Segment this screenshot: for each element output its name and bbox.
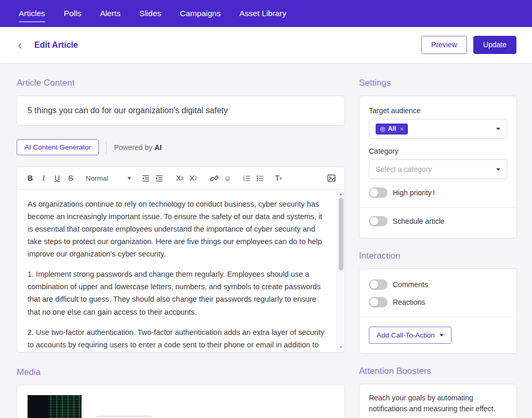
target-audience-label: Target audience bbox=[369, 106, 507, 115]
ai-generator-row: AI Content Generator Powered by AI bbox=[17, 139, 345, 155]
underline-button[interactable]: U bbox=[50, 171, 64, 185]
update-button[interactable]: Update bbox=[473, 36, 516, 54]
audience-chip: ◎ All × bbox=[376, 124, 408, 134]
scroll-down-icon[interactable]: ▼ bbox=[337, 344, 344, 350]
sidebar-panels: Settings Target audience ◎ All × Categor… bbox=[359, 77, 517, 418]
emoji-icon[interactable]: ☺ bbox=[221, 171, 234, 185]
nav-tab-articles[interactable]: Articles bbox=[19, 7, 45, 20]
schedule-article-toggle[interactable] bbox=[369, 216, 388, 226]
insert-image-icon[interactable] bbox=[325, 171, 338, 185]
high-priority-label: High priority! bbox=[393, 188, 435, 197]
thumbnail-image bbox=[48, 395, 82, 418]
superscript-button[interactable]: X2 bbox=[187, 171, 200, 185]
nav-tab-asset-library[interactable]: Asset Library bbox=[240, 7, 286, 20]
outdent-icon[interactable] bbox=[139, 171, 152, 185]
nav-tab-slides[interactable]: Slides bbox=[139, 7, 161, 20]
settings-heading: Settings bbox=[359, 78, 517, 88]
divider bbox=[360, 207, 516, 208]
vertical-divider bbox=[106, 141, 107, 154]
comments-toggle[interactable] bbox=[369, 279, 388, 290]
ordered-list-icon[interactable]: 123 bbox=[240, 171, 253, 185]
media-heading: Media bbox=[17, 367, 345, 377]
scroll-up-icon[interactable]: ▲ bbox=[337, 191, 344, 197]
media-card: JPG + Add media bbox=[17, 385, 345, 418]
editor-paragraph: 1. Implement strong passwords and change… bbox=[28, 268, 327, 318]
nav-tab-campaigns[interactable]: Campaigns bbox=[180, 7, 220, 20]
schedule-article-label: Schedule article bbox=[393, 217, 445, 225]
media-thumbnail[interactable]: JPG bbox=[28, 395, 82, 418]
page-title: Edit Article bbox=[34, 41, 78, 50]
editor-paragraph: As organizations continue to rely on tec… bbox=[28, 198, 327, 260]
paragraph-format-dropdown[interactable]: Normal bbox=[86, 174, 131, 182]
chevron-down-icon bbox=[127, 177, 131, 180]
editor-body[interactable]: As organizations continue to rely on tec… bbox=[17, 190, 344, 352]
bullet-list-icon[interactable] bbox=[253, 171, 267, 185]
indent-icon[interactable] bbox=[152, 171, 166, 185]
preview-button[interactable]: Preview bbox=[421, 36, 467, 54]
back-button[interactable]: ‹ bbox=[16, 39, 24, 51]
ai-content-generator-button[interactable]: AI Content Generator bbox=[17, 139, 99, 155]
rich-text-editor: B I U S Normal X2 X2 bbox=[17, 167, 345, 353]
nav-tab-polls[interactable]: Polls bbox=[64, 7, 82, 20]
strikethrough-button[interactable]: S bbox=[64, 171, 77, 185]
clear-formatting-button[interactable]: Tx bbox=[272, 171, 285, 185]
category-label: Category bbox=[369, 147, 507, 155]
powered-by-label: Powered by AI bbox=[114, 143, 162, 152]
subscript-button[interactable]: X2 bbox=[173, 171, 187, 185]
priority-exclamation: ! bbox=[433, 188, 435, 197]
chevron-down-icon bbox=[496, 168, 500, 171]
comments-label: Comments bbox=[393, 280, 428, 289]
link-icon[interactable] bbox=[207, 171, 221, 185]
article-title-input[interactable]: 5 things you can do for our organization… bbox=[17, 96, 345, 126]
scrollbar-thumb[interactable] bbox=[339, 198, 343, 271]
high-priority-toggle[interactable] bbox=[369, 187, 388, 198]
add-media-button[interactable]: + Add media bbox=[96, 416, 151, 418]
target-audience-select[interactable]: ◎ All × bbox=[369, 119, 507, 139]
bold-button[interactable]: B bbox=[23, 171, 37, 185]
category-placeholder: Select a category bbox=[376, 165, 432, 173]
category-select[interactable]: Select a category bbox=[369, 159, 507, 179]
article-content-heading: Article Content bbox=[17, 78, 345, 88]
attention-boosters-heading: Attention Boosters bbox=[359, 366, 517, 376]
attention-boosters-card: Reach your goals by automating notificat… bbox=[359, 384, 517, 418]
editor-scrollbar[interactable]: ▲ ▼ bbox=[337, 190, 344, 352]
add-cta-button[interactable]: Add Call-To-Action bbox=[369, 327, 451, 344]
booster-description: Reach your goals by automating notificat… bbox=[369, 393, 507, 414]
divider bbox=[360, 317, 516, 317]
article-title-value: 5 things you can do for our organization… bbox=[28, 106, 228, 115]
reactions-label: Reactions bbox=[393, 298, 425, 306]
italic-button[interactable]: I bbox=[37, 171, 50, 185]
top-nav: Articles Polls Alerts Slides Campaigns A… bbox=[0, 0, 532, 27]
audience-target-icon: ◎ bbox=[380, 125, 385, 132]
interaction-heading: Interaction bbox=[359, 251, 517, 261]
chevron-down-icon bbox=[440, 334, 444, 336]
reactions-toggle[interactable] bbox=[369, 297, 388, 307]
page-header: ‹ Edit Article Preview Update bbox=[0, 27, 532, 63]
chevron-down-icon bbox=[496, 128, 500, 130]
svg-text:3: 3 bbox=[243, 179, 244, 182]
settings-card: Target audience ◎ All × Category Select … bbox=[359, 96, 517, 238]
editor-paragraph: 2. Use two-factor authentication. Two-fa… bbox=[28, 326, 327, 352]
article-content-section: Article Content 5 things you can do for … bbox=[17, 77, 345, 418]
chip-remove-icon[interactable]: × bbox=[400, 125, 404, 133]
interaction-card: Comments Reactions Add Call-To-Action bbox=[359, 268, 517, 354]
nav-tab-alerts[interactable]: Alerts bbox=[100, 7, 121, 20]
editor-toolbar: B I U S Normal X2 X2 bbox=[17, 167, 344, 190]
